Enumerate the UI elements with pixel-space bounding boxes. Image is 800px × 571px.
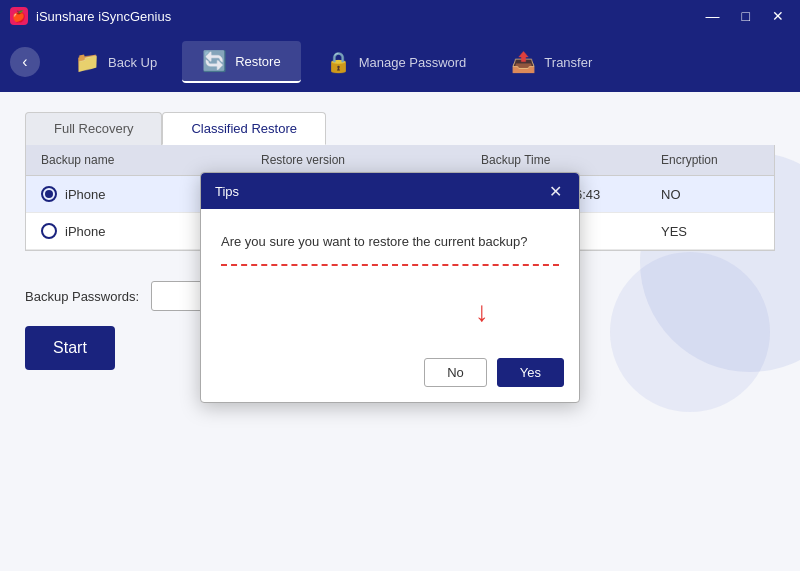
nav-item-backup[interactable]: 📁 Back Up xyxy=(55,42,177,82)
nav-restore-label: Restore xyxy=(235,54,281,69)
col-header-version: Restore version xyxy=(246,145,466,175)
nav-item-transfer[interactable]: 📤 Transfer xyxy=(491,42,612,82)
app-title: iSunshare iSyncGenius xyxy=(36,9,171,24)
modal-title: Tips xyxy=(215,184,239,199)
title-bar-controls: — □ ✕ xyxy=(700,6,790,26)
maximize-button[interactable]: □ xyxy=(736,6,756,26)
minimize-button[interactable]: — xyxy=(700,6,726,26)
back-button[interactable]: ‹ xyxy=(10,47,40,77)
modal-body: Are you sure you want to restore the cur… xyxy=(201,209,579,348)
modal-no-button[interactable]: No xyxy=(424,358,487,387)
row2-encryption-cell: YES xyxy=(646,214,746,249)
password-icon: 🔒 xyxy=(326,50,351,74)
col-header-encryption: Encryption xyxy=(646,145,746,175)
close-button[interactable]: ✕ xyxy=(766,6,790,26)
modal-buttons: No Yes xyxy=(201,348,579,402)
title-bar-left: 🍎 iSunshare iSyncGenius xyxy=(10,7,171,25)
title-bar: 🍎 iSunshare iSyncGenius — □ ✕ xyxy=(0,0,800,32)
col-header-name: Backup name xyxy=(26,145,246,175)
restore-icon: 🔄 xyxy=(202,49,227,73)
modal-dialog: Tips ✕ Are you sure you want to restore … xyxy=(200,172,580,403)
nav-backup-label: Back Up xyxy=(108,55,157,70)
app-icon: 🍎 xyxy=(10,7,28,25)
nav-item-restore[interactable]: 🔄 Restore xyxy=(182,41,301,83)
password-label: Backup Passwords: xyxy=(25,289,139,304)
nav-item-manage-password[interactable]: 🔒 Manage Password xyxy=(306,42,487,82)
start-button[interactable]: Start xyxy=(25,326,115,370)
tabs: Full Recovery Classified Restore xyxy=(25,112,775,145)
modal-yes-button[interactable]: Yes xyxy=(497,358,564,387)
row2-radio[interactable] xyxy=(41,223,57,239)
row1-radio[interactable] xyxy=(41,186,57,202)
tab-full-recovery[interactable]: Full Recovery xyxy=(25,112,162,145)
main-content: Full Recovery Classified Restore Backup … xyxy=(0,92,800,571)
tab-classified-restore[interactable]: Classified Restore xyxy=(162,112,326,145)
modal-close-button[interactable]: ✕ xyxy=(545,181,565,201)
nav-transfer-label: Transfer xyxy=(544,55,592,70)
row1-encryption-cell: NO xyxy=(646,177,746,212)
modal-dashed-line xyxy=(221,264,559,266)
col-header-time: Backup Time xyxy=(466,145,646,175)
modal-header: Tips ✕ xyxy=(201,173,579,209)
nav-bar: ‹ 📁 Back Up 🔄 Restore 🔒 Manage Password … xyxy=(0,32,800,92)
modal-arrow-icon: ↓ xyxy=(221,296,559,328)
nav-password-label: Manage Password xyxy=(359,55,467,70)
backup-icon: 📁 xyxy=(75,50,100,74)
transfer-icon: 📤 xyxy=(511,50,536,74)
modal-question: Are you sure you want to restore the cur… xyxy=(221,234,559,249)
